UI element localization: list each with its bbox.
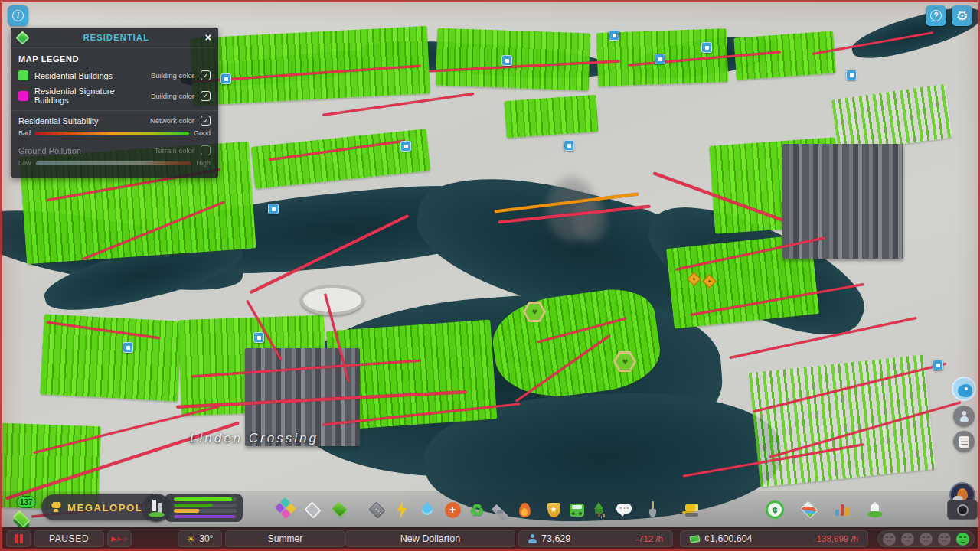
legend-label: Ground Pollution (18, 146, 149, 155)
population-value: 73,629 (541, 533, 570, 544)
zones-icon (273, 497, 298, 522)
communications-button[interactable] (611, 495, 637, 521)
journal-button[interactable] (953, 431, 975, 452)
demand-bar-commercial (174, 509, 199, 513)
happiness-faces (883, 533, 969, 546)
city-name-display[interactable]: New Dollarton (345, 530, 515, 547)
electricity-button[interactable] (389, 497, 415, 523)
happiness-display[interactable] (877, 530, 975, 547)
demand-bars (165, 494, 243, 522)
sad-face-icon (901, 533, 914, 546)
service-marker-icon[interactable] (501, 55, 512, 66)
gear-icon: ⚙ (956, 9, 968, 23)
demand-building-icon (142, 494, 171, 522)
roads-button[interactable] (364, 497, 390, 523)
statistics-button[interactable] (829, 497, 855, 523)
economy-button[interactable]: ¢ (762, 497, 788, 523)
sad-face-icon (883, 533, 896, 546)
speed-button[interactable]: ▶▶▶ (107, 530, 132, 547)
notes-icon (959, 436, 969, 448)
signature-buildings-button[interactable] (299, 497, 325, 523)
sad-face-icon (920, 533, 933, 546)
bus-icon (570, 504, 584, 517)
garbage-button[interactable]: ♻ (464, 497, 490, 523)
scale-max-label: Good (194, 129, 211, 137)
help-button[interactable]: ? (926, 5, 946, 26)
legend-checkbox[interactable] (201, 145, 211, 155)
legend-label: Residential Signature Buildings (34, 86, 145, 105)
service-marker-icon[interactable] (220, 73, 231, 84)
legend-checkbox[interactable]: ✓ (201, 70, 211, 80)
terraforming-button[interactable] (326, 497, 352, 523)
service-marker-icon[interactable] (655, 54, 665, 64)
legend-label: Residential Buildings (34, 71, 145, 80)
pollution-scale: Low High (11, 158, 218, 171)
police-button[interactable]: ★ (541, 497, 567, 523)
info-icon: i (12, 10, 24, 21)
legend-row-suitability: Residential Suitability Network color ✓ (11, 110, 218, 129)
service-marker-icon[interactable] (253, 332, 264, 343)
legend-row-residential: Residential Buildings Building color ✓ (11, 67, 218, 83)
pause-button[interactable] (6, 530, 31, 547)
economy-icon: ¢ (766, 500, 784, 519)
money-icon (689, 534, 700, 543)
temperature-display[interactable]: ☀ 30° (178, 530, 222, 547)
police-shield-icon: ★ (547, 503, 560, 517)
citizen-lifepath-button[interactable] (953, 406, 975, 427)
zones-tool-button[interactable] (273, 497, 299, 523)
legend-type-label: Terrain color (155, 146, 194, 155)
water-drop-icon (420, 502, 435, 517)
legend-type-label: Network color (150, 116, 194, 125)
settings-button[interactable]: ⚙ (952, 5, 972, 26)
money-display[interactable]: ¢1,600,604 -138,699 /h (680, 530, 868, 547)
medical-icon: + (445, 502, 461, 518)
service-marker-icon[interactable] (933, 360, 943, 370)
fire-rescue-button[interactable] (511, 497, 537, 523)
transportation-button[interactable] (564, 497, 590, 523)
road-tile-icon (368, 501, 385, 518)
pause-icon (15, 534, 23, 543)
legend-checkbox[interactable]: ✓ (201, 91, 211, 101)
photo-mode-button[interactable] (947, 500, 978, 520)
lightning-icon (396, 501, 409, 519)
happy-face-icon (956, 533, 969, 546)
infoviews-button[interactable] (796, 497, 822, 523)
city-progression-button[interactable] (862, 497, 888, 523)
parks-recreation-button[interactable] (586, 497, 612, 523)
bulldozer-button[interactable] (678, 497, 704, 523)
chirper-button[interactable] (952, 377, 976, 401)
temperature-value: 30° (199, 533, 213, 544)
scale-min-label: Low (18, 159, 31, 167)
population-display[interactable]: 73,629 -712 /h (518, 530, 673, 547)
service-marker-icon[interactable] (564, 140, 574, 151)
service-marker-icon[interactable] (846, 70, 857, 80)
suitability-scale: Bad Good (11, 129, 218, 141)
info-button[interactable]: i (8, 5, 28, 26)
service-marker-icon[interactable] (122, 342, 133, 353)
sun-icon: ☀ (187, 533, 196, 545)
color-swatch (18, 70, 28, 80)
zoning-demand[interactable] (142, 494, 243, 522)
money-rate: -138,699 /h (814, 534, 858, 543)
legend-checkbox[interactable]: ✓ (201, 116, 211, 126)
population-rate: -712 /h (635, 534, 663, 543)
season-display[interactable]: Summer (225, 530, 345, 547)
service-marker-icon[interactable] (609, 30, 619, 41)
service-marker-icon[interactable] (701, 42, 712, 53)
scale-min-label: Bad (18, 129, 31, 137)
status-bar: PAUSED ▶▶▶ ☀ 30° Summer New Dollarton 73… (0, 527, 980, 551)
signature-diamond-icon (304, 501, 321, 518)
legend-row-signature: Residential Signature Buildings Building… (11, 83, 218, 108)
legend-type-label: Building color (151, 92, 194, 100)
tree-icon (592, 502, 607, 517)
shovel-icon (645, 501, 660, 518)
landscaping-button[interactable] (639, 497, 665, 523)
service-marker-icon[interactable] (400, 141, 411, 152)
healthcare-button[interactable]: + (439, 497, 466, 523)
water-sewage-button[interactable] (414, 497, 440, 523)
education-button[interactable] (487, 497, 513, 523)
population-icon (528, 534, 537, 543)
close-icon[interactable]: × (205, 32, 211, 43)
graduation-cap-icon (491, 503, 509, 517)
service-marker-icon[interactable] (268, 204, 279, 214)
